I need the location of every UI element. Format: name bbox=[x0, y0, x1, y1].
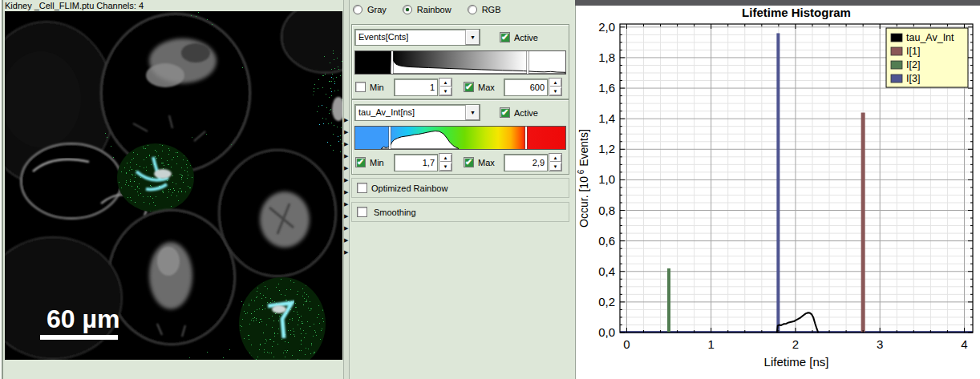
svg-text:1,6: 1,6 bbox=[598, 81, 615, 95]
flim-analysis-window: Kidney _Cell_FLIM.ptu Channels: 4 bbox=[0, 0, 980, 379]
rgb-radio[interactable] bbox=[468, 5, 477, 14]
splitter-arrow-icon[interactable]: ▶ bbox=[344, 225, 348, 231]
svg-text:I[2]: I[2] bbox=[906, 59, 920, 71]
lifetime-max-checkbox[interactable] bbox=[464, 157, 474, 167]
display-controls-panel: Gray Rainbow RGB Events[Cnts] ▼ Active bbox=[350, 0, 571, 379]
intensity-group: Events[Cnts] ▼ Active Min ▲ ▼ bbox=[351, 24, 569, 99]
lifetime-histogram-panel: 012340,00,20,40,60,81,01,21,41,61,82,0Li… bbox=[571, 0, 980, 379]
splitter-arrow-icon[interactable]: ▶ bbox=[344, 117, 348, 123]
scale-bar bbox=[40, 335, 118, 340]
svg-text:0,6: 0,6 bbox=[598, 234, 615, 248]
smoothing-label: Smoothing bbox=[374, 208, 416, 217]
lifetime-max-down-icon[interactable]: ▼ bbox=[549, 163, 561, 171]
lifetime-max-up-icon[interactable]: ▲ bbox=[549, 154, 561, 162]
lifetime-max-input[interactable] bbox=[504, 154, 548, 171]
intensity-max-label: Max bbox=[478, 83, 504, 92]
svg-text:0: 0 bbox=[623, 337, 630, 351]
intensity-max-spinner: ▲ ▼ bbox=[549, 78, 562, 96]
image-title: Kidney _Cell_FLIM.ptu Channels: 4 bbox=[2, 0, 343, 11]
svg-text:1,8: 1,8 bbox=[598, 50, 615, 64]
splitter-arrow-icon[interactable]: ▶ bbox=[344, 153, 348, 159]
intensity-max-input[interactable] bbox=[504, 79, 548, 96]
flim-tissue-image: 60 µm bbox=[5, 11, 342, 360]
gray-radio[interactable] bbox=[353, 5, 362, 14]
splitter-arrow-icon[interactable]: ▶ bbox=[344, 177, 348, 183]
svg-text:4: 4 bbox=[961, 337, 967, 351]
intensity-min-marker[interactable] bbox=[391, 51, 393, 74]
chart-title: Lifetime Histogram bbox=[742, 6, 851, 19]
intensity-min-spinner: ▲ ▼ bbox=[439, 78, 452, 96]
optimized-rainbow-checkbox[interactable] bbox=[357, 183, 367, 193]
scale-bar-label: 60 µm bbox=[47, 304, 119, 333]
svg-text:0,0: 0,0 bbox=[598, 325, 615, 339]
lifetime-min-label: Min bbox=[370, 158, 394, 167]
intensity-min-input[interactable] bbox=[394, 79, 438, 96]
lifetime-dropdown-arrow-icon[interactable]: ▼ bbox=[465, 105, 480, 120]
lifetime-min-marker[interactable] bbox=[389, 127, 391, 149]
svg-text:I[3]: I[3] bbox=[906, 73, 920, 84]
splitter-arrow-icon[interactable]: ▶ bbox=[344, 189, 348, 195]
chart-top-strip bbox=[575, 0, 980, 6]
intensity-channel-dropdown[interactable]: Events[Cnts] ▼ bbox=[354, 29, 480, 46]
smoothing-row: Smoothing bbox=[351, 202, 569, 222]
intensity-dropdown-arrow-icon[interactable]: ▼ bbox=[465, 30, 480, 45]
svg-text:I[1]: I[1] bbox=[906, 46, 920, 57]
svg-text:0,4: 0,4 bbox=[598, 264, 615, 278]
intensity-histogram[interactable] bbox=[354, 50, 566, 75]
lifetime-group: tau_Av_Int[ns] ▼ Active Min ▲ ▼ bbox=[351, 99, 569, 175]
splitter-arrow-icon[interactable]: ▶ bbox=[344, 213, 348, 219]
lifetime-max-spinner: ▲ ▼ bbox=[549, 153, 562, 171]
svg-text:1: 1 bbox=[708, 337, 715, 351]
splitter-arrow-icon[interactable]: ▶ bbox=[344, 201, 348, 207]
lifetime-channel-dropdown[interactable]: tau_Av_Int[ns] ▼ bbox=[354, 104, 480, 121]
intensity-histogram-curve bbox=[355, 51, 565, 74]
flim-image-canvas[interactable]: 60 µm bbox=[5, 11, 342, 360]
svg-text:3: 3 bbox=[877, 337, 883, 351]
rainbow-radio[interactable] bbox=[403, 5, 412, 14]
lifetime-histogram-curve bbox=[355, 127, 565, 149]
splitter-arrow-icon[interactable]: ▶ bbox=[344, 165, 348, 171]
lifetime-max-marker[interactable] bbox=[525, 127, 527, 149]
intensity-max-checkbox[interactable] bbox=[464, 82, 474, 92]
smoothing-checkbox[interactable] bbox=[357, 207, 367, 217]
optimized-rainbow-row: Optimized Rainbow bbox=[351, 178, 569, 198]
svg-text:2,0: 2,0 bbox=[598, 20, 615, 34]
chart-x-axis-label: Lifetime [ns] bbox=[764, 355, 829, 369]
lifetime-histogram-chart[interactable]: 012340,00,20,40,60,81,01,21,41,61,82,0Li… bbox=[575, 6, 980, 379]
rgb-radio-label: RGB bbox=[482, 5, 501, 14]
svg-text:1,4: 1,4 bbox=[598, 111, 615, 125]
intensity-min-down-icon[interactable]: ▼ bbox=[439, 87, 452, 95]
intensity-max-up-icon[interactable]: ▲ bbox=[549, 79, 561, 87]
lifetime-min-down-icon[interactable]: ▼ bbox=[439, 163, 452, 171]
color-mode-radio-group: Gray Rainbow RGB bbox=[353, 5, 512, 14]
lifetime-active-checkbox[interactable] bbox=[500, 107, 510, 118]
lifetime-min-spinner: ▲ ▼ bbox=[439, 153, 452, 171]
lifetime-channel-value: tau_Av_Int[ns] bbox=[355, 105, 465, 120]
svg-text:1,2: 1,2 bbox=[598, 142, 615, 155]
intensity-min-label: Min bbox=[370, 83, 394, 92]
intensity-min-checkbox[interactable] bbox=[355, 82, 366, 92]
intensity-max-down-icon[interactable]: ▼ bbox=[549, 87, 561, 95]
intensity-max-marker[interactable] bbox=[527, 51, 528, 74]
intensity-active-checkbox[interactable] bbox=[500, 32, 510, 42]
lifetime-min-input[interactable] bbox=[394, 154, 438, 171]
splitter-arrow-icon[interactable]: ▶ bbox=[344, 237, 348, 243]
rainbow-radio-label: Rainbow bbox=[417, 5, 452, 14]
intensity-channel-value: Events[Cnts] bbox=[355, 30, 465, 45]
intensity-active-label: Active bbox=[514, 33, 538, 42]
lifetime-histogram[interactable] bbox=[354, 126, 566, 150]
splitter-arrow-icon[interactable]: ▶ bbox=[344, 249, 348, 255]
svg-text:0,8: 0,8 bbox=[598, 204, 615, 217]
lifetime-active-label: Active bbox=[514, 108, 538, 118]
svg-text:0,2: 0,2 bbox=[598, 295, 615, 308]
image-viewer-panel: Kidney _Cell_FLIM.ptu Channels: 4 bbox=[0, 0, 343, 379]
lifetime-max-label: Max bbox=[478, 158, 504, 167]
splitter-arrow-icon[interactable]: ▶ bbox=[344, 129, 348, 135]
panel-splitter[interactable]: ▶▶▶▶▶▶▶▶▶▶▶▶ bbox=[343, 0, 350, 379]
lifetime-min-up-icon[interactable]: ▲ bbox=[439, 154, 452, 162]
chart-y-axis-label: Occur. [10 6 Events] bbox=[577, 129, 590, 228]
intensity-min-up-icon[interactable]: ▲ bbox=[439, 79, 452, 87]
splitter-arrow-icon[interactable]: ▶ bbox=[344, 141, 348, 147]
gray-radio-label: Gray bbox=[367, 5, 387, 14]
lifetime-min-checkbox[interactable] bbox=[355, 157, 366, 167]
